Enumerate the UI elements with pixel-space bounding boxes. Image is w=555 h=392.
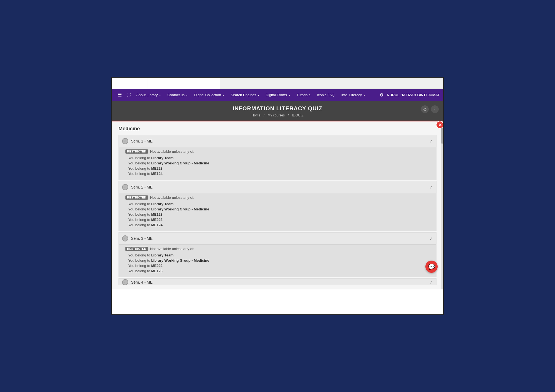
nav-tutorials[interactable]: Tutorials: [294, 92, 313, 98]
condition-item: You belong to ME124: [128, 171, 432, 176]
info-literacy-arrow: ▾: [364, 94, 365, 97]
expand-icon[interactable]: ⛶: [125, 91, 132, 98]
chat-icon: 💬: [428, 263, 435, 270]
sem-4-partial-row: ○ Sem. 4 - ME ✓: [118, 278, 437, 285]
sem-1-conditions: You belong to Library Team You belong to…: [125, 155, 432, 176]
hamburger-icon[interactable]: ☰: [115, 91, 124, 99]
navbar-left: ☰ ⛶ About Library ▾ Contact us ▾ Digital…: [115, 91, 380, 99]
sem-2-label: Sem. 2 - ME: [131, 185, 429, 189]
sem-4-icon: ○: [122, 279, 128, 285]
condition-item: You belong to Library Team: [128, 155, 432, 161]
digital-forms-arrow: ▾: [289, 94, 290, 97]
top-decor-bar: [112, 78, 443, 89]
condition-group: ME123: [151, 269, 163, 273]
tab-placeholder-3: [184, 78, 220, 89]
condition-group: Library Team: [151, 156, 174, 160]
breadcrumb-home[interactable]: Home: [252, 113, 261, 117]
sem-2-restriction-header: Restricted Not available unless any of:: [125, 195, 432, 200]
content-area: Medicine ○ Sem. 1 - ME ✓ Restricted Not …: [112, 121, 443, 289]
chat-button[interactable]: 💬: [425, 261, 438, 273]
sem-2-icon: ○: [122, 184, 128, 190]
breadcrumb-sep1: /: [264, 113, 264, 117]
nav-about-library[interactable]: About Library ▾: [133, 92, 163, 98]
sem-1-restriction: Restricted Not available unless any of: …: [119, 147, 436, 180]
breadcrumb-sep2: /: [288, 113, 289, 117]
condition-item: You belong to Library Working Group - Me…: [128, 161, 432, 166]
sem-2-restricted-badge: Restricted: [125, 195, 148, 200]
sem-2-conditions: You belong to Library Team You belong to…: [125, 201, 432, 228]
contact-us-arrow: ▾: [186, 94, 188, 97]
navbar-right: ⚙ NURUL HAFIZAH BINTI JUMAT: [380, 92, 440, 98]
nav-info-literacy[interactable]: Info. Literacy ▾: [339, 92, 368, 98]
condition-group: Library Team: [151, 253, 174, 257]
condition-group: Library Team: [151, 202, 174, 206]
course-header-icons: ⚙ ⋮: [421, 105, 439, 113]
condition-group: ME223: [151, 218, 163, 222]
username-display[interactable]: NURUL HAFIZAH BINTI JUMAT: [387, 93, 440, 97]
sem-1-label: Sem. 1 - ME: [131, 139, 429, 143]
sem-1-header[interactable]: ○ Sem. 1 - ME ✓: [119, 135, 436, 147]
condition-item: You belong to ME223: [128, 166, 432, 171]
nav-digital-collection[interactable]: Digital Collection ▾: [191, 92, 227, 98]
about-library-arrow: ▾: [159, 94, 161, 97]
section-title: Medicine: [118, 126, 437, 132]
sem-4-header-partial[interactable]: ○ Sem. 4 - ME ✓: [119, 279, 436, 285]
settings-icon[interactable]: ⚙: [380, 92, 384, 98]
sem-3-header[interactable]: ○ Sem. 3 - ME ✓: [119, 233, 436, 244]
nav-iconic-faq[interactable]: Iconic FAQ: [314, 92, 337, 98]
sem-1-restriction-text: Not available unless any of:: [150, 149, 194, 154]
course-title: INFORMATION LITERACY QUIZ: [117, 105, 438, 112]
nav-search-engines[interactable]: Search Engines ▾: [228, 92, 262, 98]
condition-item: You belong to Library Working Group - Me…: [128, 258, 432, 263]
scrollbar[interactable]: [441, 121, 443, 289]
condition-group: ME124: [151, 172, 163, 176]
breadcrumb-quiz: IL QUIZ: [292, 113, 304, 117]
sem-2-restriction-text: Not available unless any of:: [150, 195, 194, 200]
sem-3-restriction-header: Restricted Not available unless any of:: [125, 247, 432, 251]
condition-item: You belong to ME222: [128, 263, 432, 268]
sem-1-restriction-header: Restricted Not available unless any of:: [125, 149, 432, 154]
sem-2-check: ✓: [429, 185, 433, 190]
close-button[interactable]: ✕: [436, 121, 444, 129]
condition-group: Library Working Group - Medicine: [151, 207, 209, 211]
sem-3-row: ○ Sem. 3 - ME ✓ Restricted Not available…: [118, 232, 437, 277]
nav-digital-forms[interactable]: Digital Forms ▾: [263, 92, 293, 98]
condition-group: Library Working Group - Medicine: [151, 258, 209, 263]
condition-item: You belong to Library Team: [128, 253, 432, 258]
condition-item: You belong to Library Team: [128, 201, 432, 207]
sem-1-restricted-badge: Restricted: [125, 149, 148, 154]
condition-group: Library Working Group - Medicine: [151, 161, 209, 165]
sem-1-icon: ○: [122, 138, 128, 144]
condition-item: You belong to ME123: [128, 212, 432, 217]
sem-4-label: Sem. 4 - ME: [131, 280, 429, 284]
header-settings-icon[interactable]: ⚙: [421, 105, 429, 113]
condition-item: You belong to ME124: [128, 222, 432, 228]
breadcrumb-courses[interactable]: My courses: [268, 113, 285, 117]
scroll-thumb: [441, 127, 443, 144]
condition-group: ME123: [151, 212, 163, 217]
condition-item: You belong to Library Working Group - Me…: [128, 207, 432, 212]
sem-2-restriction: Restricted Not available unless any of: …: [119, 193, 436, 231]
tab-placeholder-1: [112, 78, 148, 89]
search-engines-arrow: ▾: [258, 94, 259, 97]
main-frame: ☰ ⛶ About Library ▾ Contact us ▾ Digital…: [111, 77, 444, 315]
condition-group: ME222: [151, 264, 163, 268]
sem-3-icon: ○: [122, 235, 128, 241]
condition-group: ME223: [151, 166, 163, 170]
digital-collection-arrow: ▾: [223, 94, 224, 97]
condition-item: You belong to ME223: [128, 217, 432, 222]
sem-3-restriction-text: Not available unless any of:: [150, 247, 194, 251]
sem-3-restricted-badge: Restricted: [125, 247, 148, 251]
header-more-icon[interactable]: ⋮: [431, 105, 439, 113]
sem-3-restriction: Restricted Not available unless any of: …: [119, 244, 436, 277]
nav-contact-us[interactable]: Contact us ▾: [165, 92, 190, 98]
breadcrumb: Home / My courses / IL QUIZ: [117, 113, 438, 117]
condition-item: You belong to ME123: [128, 268, 432, 274]
sem-4-check: ✓: [429, 280, 433, 285]
sem-2-row: ○ Sem. 2 - ME ✓ Restricted Not available…: [118, 181, 437, 231]
sem-3-check: ✓: [429, 236, 433, 241]
sem-1-row: ○ Sem. 1 - ME ✓ Restricted Not available…: [118, 135, 437, 180]
main-navbar: ☰ ⛶ About Library ▾ Contact us ▾ Digital…: [112, 89, 443, 101]
tab-placeholder-2: [148, 78, 184, 89]
sem-2-header[interactable]: ○ Sem. 2 - ME ✓: [119, 181, 436, 193]
